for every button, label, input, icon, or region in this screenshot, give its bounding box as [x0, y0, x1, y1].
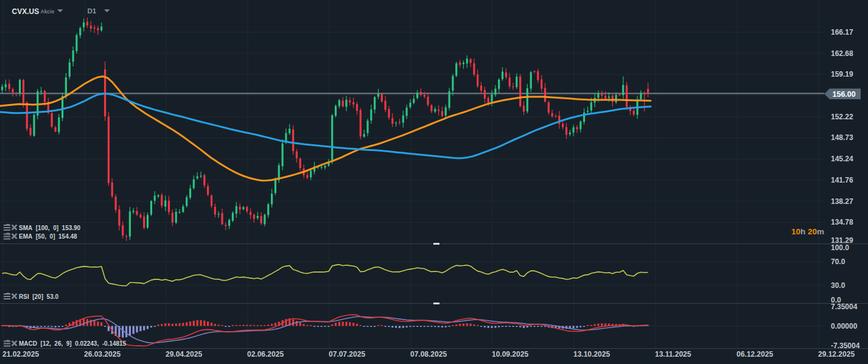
- svg-text:141.76: 141.76: [831, 176, 853, 184]
- svg-text:07.08.2025: 07.08.2025: [410, 350, 447, 359]
- svg-text:13.11.2025: 13.11.2025: [655, 350, 691, 359]
- svg-text:0.00000: 0.00000: [831, 322, 858, 331]
- svg-text:Akcie: Akcie: [41, 9, 55, 15]
- svg-text:SMA [100, 0] 153.90: SMA [100, 0] 153.90: [19, 225, 81, 231]
- svg-text:29.04.2025: 29.04.2025: [166, 350, 202, 359]
- svg-text:166.17: 166.17: [831, 28, 853, 37]
- svg-text:30.0: 30.0: [831, 281, 845, 290]
- svg-text:07.07.2025: 07.07.2025: [329, 350, 365, 359]
- svg-text:10.09.2025: 10.09.2025: [492, 350, 528, 359]
- svg-text:10h 20m: 10h 20m: [791, 227, 824, 236]
- svg-text:70.0: 70.0: [831, 257, 845, 266]
- svg-text:29.12.2025: 29.12.2025: [818, 350, 855, 359]
- svg-text:MACD [12, 26, 9] 0.02243,: MACD [12, 26, 9] 0.02243, -0.14815: [19, 340, 127, 347]
- svg-text:148.73: 148.73: [831, 133, 853, 142]
- svg-text:162.68: 162.68: [831, 49, 853, 58]
- svg-text:CVX.US: CVX.US: [12, 7, 40, 16]
- svg-text:D1: D1: [88, 7, 97, 15]
- svg-text:134.78: 134.78: [831, 218, 853, 226]
- svg-text:145.24: 145.24: [831, 155, 853, 163]
- svg-text:EMA [50, 0] 154.48: EMA [50, 0] 154.48: [19, 233, 77, 240]
- svg-text:100.0: 100.0: [831, 243, 849, 252]
- svg-text:21.02.2025: 21.02.2025: [2, 350, 39, 359]
- svg-text:7.35004: 7.35004: [831, 303, 858, 311]
- svg-text:06.12.2025: 06.12.2025: [737, 350, 773, 359]
- svg-text:-7.35004: -7.35004: [831, 341, 860, 350]
- svg-text:152.22: 152.22: [831, 113, 853, 121]
- svg-text:RSI [20] 53.0: RSI [20] 53.0: [19, 293, 58, 300]
- svg-text:13.10.2025: 13.10.2025: [573, 350, 610, 359]
- svg-text:02.06.2025: 02.06.2025: [247, 350, 284, 359]
- svg-text:156.00: 156.00: [833, 90, 856, 99]
- svg-text:159.19: 159.19: [831, 70, 853, 79]
- svg-text:26.03.2025: 26.03.2025: [84, 350, 121, 359]
- svg-text:138.27: 138.27: [831, 197, 853, 206]
